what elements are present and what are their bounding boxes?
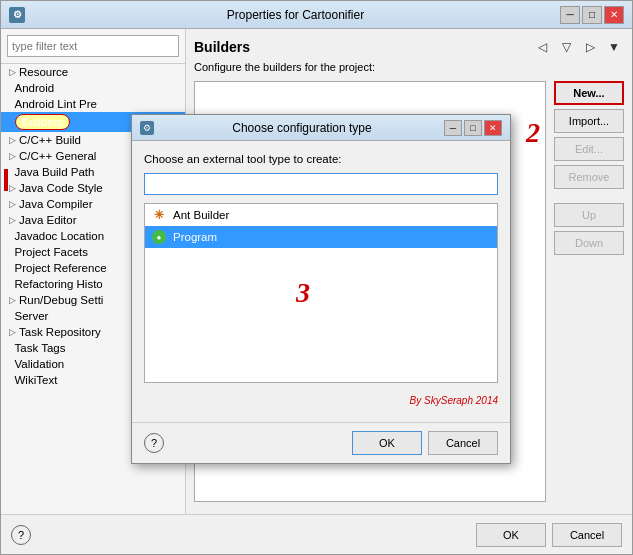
edit-button[interactable]: Edit... <box>554 137 624 161</box>
dialog-minimize-button[interactable]: ─ <box>444 120 462 136</box>
nav-forward-icon[interactable]: ▷ <box>580 37 600 57</box>
sidebar-item-label: Project Facets <box>15 246 89 258</box>
nav-down-icon[interactable]: ▽ <box>556 37 576 57</box>
import-button[interactable]: Import... <box>554 109 624 133</box>
dialog-close-button[interactable]: ✕ <box>484 120 502 136</box>
expand-arrow: ▷ <box>9 151 16 161</box>
watermark: By SkySeraph 2014 <box>144 391 498 410</box>
dialog-list: ✳ Ant Builder ● Program <box>144 203 498 383</box>
expand-arrow: ▷ <box>9 199 16 209</box>
expand-arrow: ▷ <box>9 67 16 77</box>
new-button[interactable]: New... <box>554 81 624 105</box>
sidebar-item-label: Android <box>15 82 55 94</box>
list-item-program[interactable]: ● Program <box>145 226 497 248</box>
remove-button[interactable]: Remove <box>554 165 624 189</box>
sidebar-item-label: C/C++ Build <box>19 134 81 146</box>
sidebar-item-android[interactable]: Android <box>1 80 185 96</box>
expand-arrow <box>9 99 12 109</box>
sidebar-item-label: Java Build Path <box>15 166 95 178</box>
sidebar-item-label: Project Reference <box>15 262 107 274</box>
sidebar-item-label: Javadoc Location <box>15 230 105 242</box>
expand-arrow <box>9 359 12 369</box>
dialog-ok-button[interactable]: OK <box>352 431 422 455</box>
expand-arrow: ▷ <box>9 295 16 305</box>
sidebar-item-label: Refactoring Histo <box>15 278 103 290</box>
dialog-icon: ⚙ <box>140 121 154 135</box>
minimize-button[interactable]: ─ <box>560 6 580 24</box>
sidebar-item-label: Java Code Style <box>19 182 103 194</box>
expand-arrow <box>9 311 12 321</box>
main-title-bar: ⚙ Properties for Cartoonifier ─ □ ✕ <box>1 1 632 29</box>
expand-arrow: ▷ <box>9 183 16 193</box>
side-buttons: New... Import... Edit... Remove Up Down <box>554 81 624 506</box>
expand-arrow: ▷ <box>9 135 16 145</box>
app-icon: ⚙ <box>9 7 25 23</box>
window-title: Properties for Cartoonifier <box>31 8 560 22</box>
list-item-label: Program <box>173 231 217 243</box>
up-button[interactable]: Up <box>554 203 624 227</box>
dialog-maximize-button[interactable]: □ <box>464 120 482 136</box>
expand-arrow <box>9 247 12 257</box>
dialog-title-bar: ⚙ Choose configuration type ─ □ ✕ <box>132 115 510 141</box>
filter-input[interactable] <box>7 35 179 57</box>
expand-arrow <box>9 231 12 241</box>
expand-arrow <box>9 83 12 93</box>
expand-arrow <box>9 167 12 177</box>
dialog-title: Choose configuration type <box>160 121 444 135</box>
sidebar-item-label: Task Tags <box>15 342 66 354</box>
window-controls: ─ □ ✕ <box>560 6 624 24</box>
bottom-bar: ? OK Cancel <box>1 514 632 554</box>
sidebar-item-label: Run/Debug Setti <box>19 294 103 306</box>
dialog-subtitle: Choose an external tool type to create: <box>144 153 498 165</box>
dialog-body: Choose an external tool type to create: … <box>132 141 510 422</box>
sidebar-item-label: Java Compiler <box>19 198 93 210</box>
close-button[interactable]: ✕ <box>604 6 624 24</box>
list-item-label: Ant Builder <box>173 209 229 221</box>
sidebar-item-label: Resource <box>19 66 68 78</box>
choose-config-dialog: ⚙ Choose configuration type ─ □ ✕ Choose… <box>131 114 511 464</box>
list-item-ant-builder[interactable]: ✳ Ant Builder <box>145 204 497 226</box>
sidebar-item-label: C/C++ General <box>19 150 96 162</box>
expand-arrow: ▷ <box>9 327 16 337</box>
bottom-right-buttons: OK Cancel <box>476 523 622 547</box>
dialog-action-buttons: OK Cancel <box>352 431 498 455</box>
help-button[interactable]: ? <box>144 433 164 453</box>
expand-arrow: ▷ <box>9 215 16 225</box>
nav-back-icon[interactable]: ◁ <box>532 37 552 57</box>
sidebar-item-android-lint[interactable]: Android Lint Pre <box>1 96 185 112</box>
sidebar-item-label: Builders <box>15 114 71 130</box>
expand-arrow <box>9 263 12 273</box>
expand-arrow <box>9 343 12 353</box>
filter-box <box>1 29 185 64</box>
main-cancel-button[interactable]: Cancel <box>552 523 622 547</box>
sidebar-item-label: Server <box>15 310 49 322</box>
panel-title: Builders <box>194 39 250 55</box>
nav-dropdown-icon[interactable]: ▼ <box>604 37 624 57</box>
dialog-controls: ─ □ ✕ <box>444 120 502 136</box>
sidebar-item-resource[interactable]: ▷ Resource <box>1 64 185 80</box>
sidebar-item-label: Java Editor <box>19 214 77 226</box>
expand-arrow <box>9 279 12 289</box>
dialog-cancel-button[interactable]: Cancel <box>428 431 498 455</box>
main-help-button[interactable]: ? <box>11 525 31 545</box>
configure-text: Configure the builders for the project: <box>194 61 624 73</box>
header-icons: ◁ ▽ ▷ ▼ <box>532 37 624 57</box>
panel-header: Builders ◁ ▽ ▷ ▼ <box>194 37 624 57</box>
expand-arrow <box>9 117 12 127</box>
down-button[interactable]: Down <box>554 231 624 255</box>
sidebar-item-label: Android Lint Pre <box>15 98 97 110</box>
expand-arrow <box>9 375 12 385</box>
program-icon: ● <box>151 229 167 245</box>
sidebar-item-label: Validation <box>15 358 65 370</box>
main-ok-button[interactable]: OK <box>476 523 546 547</box>
dialog-search-input[interactable] <box>144 173 498 195</box>
sidebar-item-label: Task Repository <box>19 326 101 338</box>
dialog-footer: ? OK Cancel <box>132 422 510 463</box>
ant-builder-icon: ✳ <box>151 207 167 223</box>
maximize-button[interactable]: □ <box>582 6 602 24</box>
sidebar-item-label: WikiText <box>15 374 58 386</box>
left-indicator <box>4 169 8 191</box>
